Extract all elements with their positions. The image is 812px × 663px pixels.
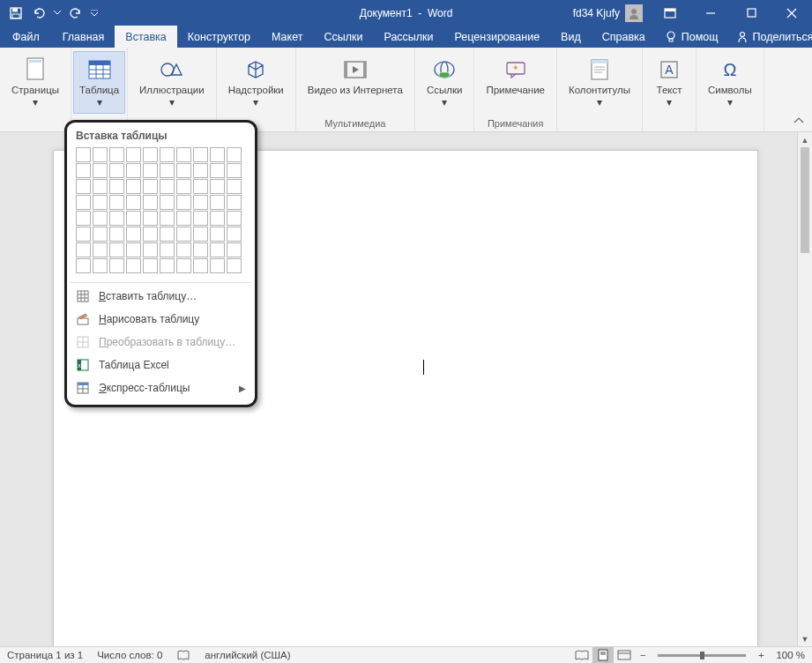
- grid-cell[interactable]: [126, 195, 141, 210]
- insert-table-item[interactable]: Вставить таблицу…: [67, 285, 255, 308]
- grid-cell[interactable]: [143, 163, 158, 178]
- maximize-button[interactable]: [731, 0, 771, 26]
- grid-cell[interactable]: [109, 211, 124, 226]
- grid-cell[interactable]: [160, 227, 175, 242]
- grid-cell[interactable]: [93, 242, 108, 257]
- zoom-level[interactable]: 100 %: [769, 647, 812, 663]
- tab-design[interactable]: Конструктор: [177, 26, 261, 48]
- grid-cell[interactable]: [210, 227, 225, 242]
- grid-cell[interactable]: [193, 227, 208, 242]
- grid-cell[interactable]: [109, 179, 124, 194]
- links-button[interactable]: Ссылки▾: [421, 51, 469, 114]
- tab-references[interactable]: Ссылки: [313, 26, 373, 48]
- grid-cell[interactable]: [176, 242, 191, 257]
- grid-cell[interactable]: [227, 227, 242, 242]
- headers-button[interactable]: Колонтитулы▾: [562, 51, 637, 114]
- grid-cell[interactable]: [160, 211, 175, 226]
- tab-layout[interactable]: Макет: [261, 26, 313, 48]
- scroll-thumb[interactable]: [801, 147, 809, 253]
- grid-cell[interactable]: [76, 227, 91, 242]
- addins-button[interactable]: Надстройки▾: [222, 51, 290, 114]
- grid-cell[interactable]: [76, 147, 91, 162]
- table-button[interactable]: Таблица▾: [73, 51, 125, 114]
- grid-cell[interactable]: [210, 147, 225, 162]
- grid-cell[interactable]: [210, 211, 225, 226]
- grid-cell[interactable]: [176, 258, 191, 273]
- grid-cell[interactable]: [227, 195, 242, 210]
- grid-cell[interactable]: [126, 179, 141, 194]
- grid-cell[interactable]: [76, 258, 91, 273]
- zoom-out[interactable]: −: [635, 650, 651, 660]
- grid-cell[interactable]: [227, 147, 242, 162]
- grid-cell[interactable]: [109, 163, 124, 178]
- tab-review[interactable]: Рецензирование: [444, 26, 551, 48]
- grid-cell[interactable]: [210, 195, 225, 210]
- grid-cell[interactable]: [143, 179, 158, 194]
- web-layout-view[interactable]: [614, 647, 635, 663]
- comment-button[interactable]: ✦ Примечание: [480, 51, 551, 101]
- grid-cell[interactable]: [160, 163, 175, 178]
- undo-dropdown[interactable]: [51, 4, 63, 23]
- text-button[interactable]: A Текст▾: [648, 51, 690, 114]
- zoom-in[interactable]: +: [753, 650, 769, 660]
- online-video-button[interactable]: Видео из Интернета: [302, 51, 409, 101]
- word-count[interactable]: Число слов: 0: [90, 647, 169, 663]
- grid-cell[interactable]: [143, 195, 158, 210]
- grid-cell[interactable]: [93, 195, 108, 210]
- undo-button[interactable]: [28, 4, 49, 23]
- scroll-up[interactable]: ▲: [798, 132, 812, 147]
- grid-cell[interactable]: [193, 179, 208, 194]
- user-account[interactable]: fd34 Kjufy: [566, 0, 650, 26]
- grid-cell[interactable]: [76, 179, 91, 194]
- grid-cell[interactable]: [76, 163, 91, 178]
- grid-cell[interactable]: [193, 258, 208, 273]
- grid-cell[interactable]: [126, 211, 141, 226]
- grid-cell[interactable]: [176, 147, 191, 162]
- grid-cell[interactable]: [93, 211, 108, 226]
- grid-cell[interactable]: [160, 147, 175, 162]
- grid-cell[interactable]: [193, 242, 208, 257]
- insert-table-grid[interactable]: [67, 147, 255, 280]
- grid-cell[interactable]: [109, 147, 124, 162]
- grid-cell[interactable]: [109, 227, 124, 242]
- grid-cell[interactable]: [176, 163, 191, 178]
- pages-button[interactable]: Страницы▾: [5, 51, 65, 114]
- grid-cell[interactable]: [210, 179, 225, 194]
- grid-cell[interactable]: [143, 211, 158, 226]
- tab-help[interactable]: Справка: [592, 26, 656, 48]
- illustrations-button[interactable]: Иллюстрации▾: [133, 51, 211, 114]
- minimize-button[interactable]: [690, 0, 731, 26]
- grid-cell[interactable]: [176, 195, 191, 210]
- draw-table-item[interactable]: Нарисовать таблицу: [67, 308, 255, 331]
- tab-file[interactable]: Файл: [0, 26, 52, 48]
- grid-cell[interactable]: [143, 147, 158, 162]
- grid-cell[interactable]: [76, 211, 91, 226]
- page-status[interactable]: Страница 1 из 1: [0, 647, 90, 663]
- grid-cell[interactable]: [126, 163, 141, 178]
- grid-cell[interactable]: [176, 179, 191, 194]
- tab-mailings[interactable]: Рассылки: [373, 26, 443, 48]
- grid-cell[interactable]: [143, 227, 158, 242]
- tab-home[interactable]: Главная: [52, 26, 115, 48]
- scroll-down[interactable]: ▼: [798, 631, 812, 646]
- grid-cell[interactable]: [193, 195, 208, 210]
- zoom-slider[interactable]: [658, 654, 746, 657]
- grid-cell[interactable]: [109, 258, 124, 273]
- save-button[interactable]: [5, 4, 26, 23]
- grid-cell[interactable]: [143, 242, 158, 257]
- grid-cell[interactable]: [126, 227, 141, 242]
- qat-customize[interactable]: [88, 4, 101, 23]
- grid-cell[interactable]: [227, 258, 242, 273]
- grid-cell[interactable]: [227, 242, 242, 257]
- grid-cell[interactable]: [227, 163, 242, 178]
- grid-cell[interactable]: [160, 242, 175, 257]
- quick-tables-item[interactable]: Экспресс-таблицы ▶: [67, 376, 255, 399]
- grid-cell[interactable]: [160, 179, 175, 194]
- grid-cell[interactable]: [126, 147, 141, 162]
- tab-insert[interactable]: Вставка: [115, 26, 176, 48]
- share-button[interactable]: Поделиться: [727, 26, 812, 48]
- grid-cell[interactable]: [93, 147, 108, 162]
- read-mode-view[interactable]: [571, 647, 592, 663]
- collapse-ribbon-button[interactable]: [791, 114, 807, 128]
- close-button[interactable]: [771, 0, 812, 26]
